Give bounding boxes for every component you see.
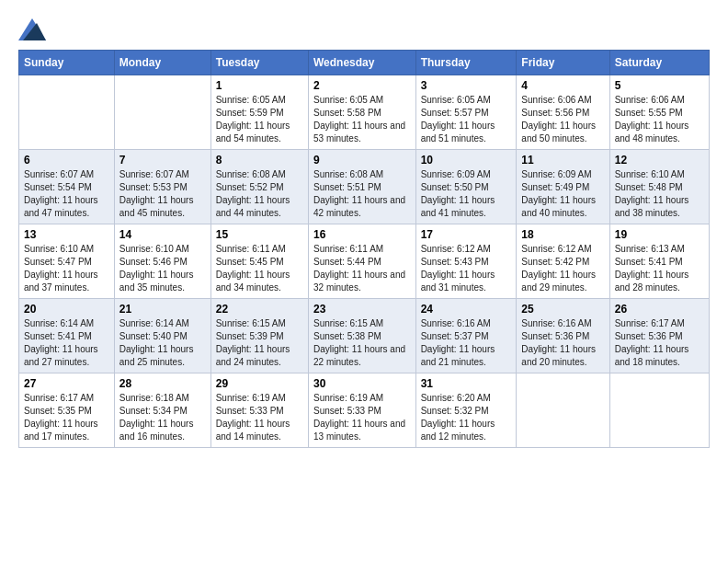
calendar-cell <box>114 75 210 150</box>
week-row-2: 6Sunrise: 6:07 AM Sunset: 5:54 PM Daylig… <box>19 150 710 224</box>
calendar-cell: 13Sunrise: 6:10 AM Sunset: 5:47 PM Dayli… <box>19 224 115 299</box>
day-info: Sunrise: 6:10 AM Sunset: 5:48 PM Dayligh… <box>615 168 704 220</box>
day-header-wednesday: Wednesday <box>308 51 415 75</box>
day-number: 31 <box>421 377 512 390</box>
day-info: Sunrise: 6:11 AM Sunset: 5:44 PM Dayligh… <box>313 243 411 294</box>
day-info: Sunrise: 6:08 AM Sunset: 5:51 PM Dayligh… <box>313 168 411 220</box>
calendar-cell: 1Sunrise: 6:05 AM Sunset: 5:59 PM Daylig… <box>210 75 308 150</box>
day-info: Sunrise: 6:16 AM Sunset: 5:36 PM Dayligh… <box>521 317 604 369</box>
day-info: Sunrise: 6:10 AM Sunset: 5:46 PM Dayligh… <box>119 243 206 294</box>
day-info: Sunrise: 6:09 AM Sunset: 5:49 PM Dayligh… <box>521 168 604 220</box>
day-number: 9 <box>313 154 411 167</box>
day-header-sunday: Sunday <box>19 51 115 75</box>
logo-icon <box>18 18 46 40</box>
calendar-cell: 31Sunrise: 6:20 AM Sunset: 5:32 PM Dayli… <box>415 373 517 448</box>
calendar-cell: 22Sunrise: 6:15 AM Sunset: 5:39 PM Dayli… <box>210 299 308 373</box>
day-info: Sunrise: 6:18 AM Sunset: 5:34 PM Dayligh… <box>119 392 206 443</box>
calendar-cell: 24Sunrise: 6:16 AM Sunset: 5:37 PM Dayli… <box>415 299 517 373</box>
week-row-5: 27Sunrise: 6:17 AM Sunset: 5:35 PM Dayli… <box>19 373 710 448</box>
calendar-cell: 16Sunrise: 6:11 AM Sunset: 5:44 PM Dayli… <box>308 224 415 299</box>
day-number: 21 <box>119 303 206 316</box>
day-info: Sunrise: 6:20 AM Sunset: 5:32 PM Dayligh… <box>421 392 512 443</box>
day-number: 26 <box>615 303 704 316</box>
calendar-table: SundayMondayTuesdayWednesdayThursdayFrid… <box>18 50 710 448</box>
calendar-cell <box>517 373 609 448</box>
logo <box>18 18 50 40</box>
calendar-cell: 6Sunrise: 6:07 AM Sunset: 5:54 PM Daylig… <box>19 150 115 224</box>
day-number: 7 <box>119 154 206 167</box>
day-number: 1 <box>216 79 303 92</box>
day-number: 29 <box>216 377 303 390</box>
day-number: 16 <box>313 228 411 241</box>
calendar-cell: 27Sunrise: 6:17 AM Sunset: 5:35 PM Dayli… <box>19 373 115 448</box>
day-info: Sunrise: 6:05 AM Sunset: 5:58 PM Dayligh… <box>313 94 411 145</box>
day-number: 19 <box>615 228 704 241</box>
day-info: Sunrise: 6:10 AM Sunset: 5:47 PM Dayligh… <box>24 243 109 294</box>
day-number: 28 <box>119 377 206 390</box>
calendar-cell <box>609 373 709 448</box>
page-header <box>18 18 710 40</box>
calendar-cell: 11Sunrise: 6:09 AM Sunset: 5:49 PM Dayli… <box>517 150 609 224</box>
day-number: 4 <box>521 79 604 92</box>
day-info: Sunrise: 6:07 AM Sunset: 5:53 PM Dayligh… <box>119 168 206 220</box>
day-number: 20 <box>24 303 109 316</box>
calendar-cell: 10Sunrise: 6:09 AM Sunset: 5:50 PM Dayli… <box>415 150 517 224</box>
day-number: 5 <box>615 79 704 92</box>
calendar-cell: 3Sunrise: 6:05 AM Sunset: 5:57 PM Daylig… <box>415 75 517 150</box>
calendar-cell: 2Sunrise: 6:05 AM Sunset: 5:58 PM Daylig… <box>308 75 415 150</box>
calendar-cell: 20Sunrise: 6:14 AM Sunset: 5:41 PM Dayli… <box>19 299 115 373</box>
calendar-cell: 8Sunrise: 6:08 AM Sunset: 5:52 PM Daylig… <box>210 150 308 224</box>
day-info: Sunrise: 6:14 AM Sunset: 5:40 PM Dayligh… <box>119 317 206 369</box>
week-row-1: 1Sunrise: 6:05 AM Sunset: 5:59 PM Daylig… <box>19 75 710 150</box>
calendar-cell <box>19 75 115 150</box>
day-info: Sunrise: 6:06 AM Sunset: 5:56 PM Dayligh… <box>521 94 604 145</box>
calendar-cell: 21Sunrise: 6:14 AM Sunset: 5:40 PM Dayli… <box>114 299 210 373</box>
calendar-cell: 25Sunrise: 6:16 AM Sunset: 5:36 PM Dayli… <box>517 299 609 373</box>
day-number: 10 <box>421 154 512 167</box>
day-info: Sunrise: 6:14 AM Sunset: 5:41 PM Dayligh… <box>24 317 109 369</box>
day-header-tuesday: Tuesday <box>210 51 308 75</box>
day-number: 24 <box>421 303 512 316</box>
calendar-cell: 19Sunrise: 6:13 AM Sunset: 5:41 PM Dayli… <box>609 224 709 299</box>
day-header-monday: Monday <box>114 51 210 75</box>
day-info: Sunrise: 6:06 AM Sunset: 5:55 PM Dayligh… <box>615 94 704 145</box>
day-number: 13 <box>24 228 109 241</box>
day-info: Sunrise: 6:15 AM Sunset: 5:38 PM Dayligh… <box>313 317 411 369</box>
calendar-cell: 5Sunrise: 6:06 AM Sunset: 5:55 PM Daylig… <box>609 75 709 150</box>
day-info: Sunrise: 6:09 AM Sunset: 5:50 PM Dayligh… <box>421 168 512 220</box>
week-row-3: 13Sunrise: 6:10 AM Sunset: 5:47 PM Dayli… <box>19 224 710 299</box>
calendar-cell: 18Sunrise: 6:12 AM Sunset: 5:42 PM Dayli… <box>517 224 609 299</box>
day-number: 8 <box>216 154 303 167</box>
day-number: 25 <box>521 303 604 316</box>
calendar-cell: 9Sunrise: 6:08 AM Sunset: 5:51 PM Daylig… <box>308 150 415 224</box>
day-number: 15 <box>216 228 303 241</box>
day-number: 11 <box>521 154 604 167</box>
calendar-cell: 14Sunrise: 6:10 AM Sunset: 5:46 PM Dayli… <box>114 224 210 299</box>
day-number: 23 <box>313 303 411 316</box>
day-header-friday: Friday <box>517 51 609 75</box>
week-row-4: 20Sunrise: 6:14 AM Sunset: 5:41 PM Dayli… <box>19 299 710 373</box>
calendar-cell: 23Sunrise: 6:15 AM Sunset: 5:38 PM Dayli… <box>308 299 415 373</box>
day-header-saturday: Saturday <box>609 51 709 75</box>
day-number: 14 <box>119 228 206 241</box>
day-number: 22 <box>216 303 303 316</box>
day-number: 30 <box>313 377 411 390</box>
day-info: Sunrise: 6:11 AM Sunset: 5:45 PM Dayligh… <box>216 243 303 294</box>
calendar-cell: 28Sunrise: 6:18 AM Sunset: 5:34 PM Dayli… <box>114 373 210 448</box>
calendar-cell: 26Sunrise: 6:17 AM Sunset: 5:36 PM Dayli… <box>609 299 709 373</box>
day-number: 6 <box>24 154 109 167</box>
calendar-cell: 12Sunrise: 6:10 AM Sunset: 5:48 PM Dayli… <box>609 150 709 224</box>
day-number: 2 <box>313 79 411 92</box>
day-info: Sunrise: 6:07 AM Sunset: 5:54 PM Dayligh… <box>24 168 109 220</box>
day-info: Sunrise: 6:08 AM Sunset: 5:52 PM Dayligh… <box>216 168 303 220</box>
day-number: 27 <box>24 377 109 390</box>
calendar-cell: 15Sunrise: 6:11 AM Sunset: 5:45 PM Dayli… <box>210 224 308 299</box>
day-info: Sunrise: 6:05 AM Sunset: 5:59 PM Dayligh… <box>216 94 303 145</box>
calendar-cell: 4Sunrise: 6:06 AM Sunset: 5:56 PM Daylig… <box>517 75 609 150</box>
calendar-cell: 30Sunrise: 6:19 AM Sunset: 5:33 PM Dayli… <box>308 373 415 448</box>
day-info: Sunrise: 6:17 AM Sunset: 5:35 PM Dayligh… <box>24 392 109 443</box>
day-number: 3 <box>421 79 512 92</box>
day-info: Sunrise: 6:19 AM Sunset: 5:33 PM Dayligh… <box>216 392 303 443</box>
day-info: Sunrise: 6:05 AM Sunset: 5:57 PM Dayligh… <box>421 94 512 145</box>
calendar-cell: 7Sunrise: 6:07 AM Sunset: 5:53 PM Daylig… <box>114 150 210 224</box>
